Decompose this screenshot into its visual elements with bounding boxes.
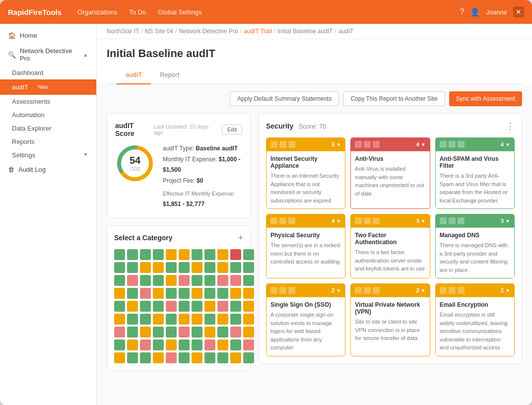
app-logo: RapidFireTools: [8, 8, 62, 16]
card-badge: 4 ▼: [416, 141, 426, 147]
home-icon: 🏠: [8, 32, 16, 39]
card-icon-2: [449, 217, 456, 224]
help-icon[interactable]: ?: [460, 7, 464, 16]
security-score: Score: 70: [299, 123, 327, 130]
breadcrumb-northstar[interactable]: NorthStar IT: [107, 28, 139, 35]
card-badge: 2 ▼: [332, 287, 341, 293]
chevron-down-icon: ▼: [421, 142, 426, 147]
breadcrumb: NorthStar IT / NS Site 04 / Network Dete…: [97, 24, 532, 39]
sidebar-item-dashboard[interactable]: Dashboard: [0, 66, 96, 79]
card-title: Anti-SPAM and Virus Filter: [440, 155, 510, 169]
security-card[interactable]: 5 ▼ Internet Security Appliance There is…: [266, 137, 345, 209]
search-icon: 🔍: [8, 51, 16, 59]
apply-default-button[interactable]: Apply Default Summary Statements: [230, 91, 339, 106]
card-icon-2: [279, 217, 286, 224]
card-icon-1: [440, 287, 447, 294]
breadcrumb-audit-trail[interactable]: audIT Trail: [244, 28, 271, 35]
breadcrumb-initial-baseline[interactable]: Initial Baseline audIT: [277, 28, 332, 35]
sync-assessment-button[interactable]: Sync with Assessment: [449, 91, 522, 106]
sidebar-item-audit[interactable]: audIT New: [0, 79, 96, 95]
card-desc: Site to site or client to site VPN conne…: [355, 318, 425, 342]
score-details: audIT Type: Baseline audIT Monthly IT Ex…: [163, 143, 242, 210]
security-title: Security: [266, 122, 293, 130]
card-icon-3: [288, 287, 295, 294]
sidebar-item-audit-log[interactable]: 🗑 Audit Log: [0, 162, 96, 177]
card-title: Single Sign On (SSO): [270, 301, 341, 308]
tab-report[interactable]: Report: [151, 66, 188, 84]
card-badge: 2 ▼: [416, 287, 426, 293]
security-card[interactable]: 2 ▼ Virtual Private Network (VPN) Site t…: [350, 283, 430, 356]
close-button[interactable]: ✕: [513, 6, 524, 17]
card-desc: There is an Internet Security Appliance …: [270, 172, 341, 204]
security-card[interactable]: 4 ▼ Anti-SPAM and Virus Filter There is …: [435, 137, 515, 209]
card-icon-2: [364, 217, 371, 224]
sidebar-item-settings[interactable]: Settings ▼: [0, 148, 96, 162]
card-icon-1: [355, 287, 362, 294]
security-card[interactable]: 3 ▼ Managed DNS There is managed DNS wit…: [435, 214, 515, 278]
card-icon-3: [373, 141, 380, 148]
card-icon-3: [288, 217, 295, 224]
sidebar-item-automation[interactable]: Automation: [0, 108, 96, 122]
card-desc: There is a two factor authentication ser…: [355, 248, 425, 273]
more-options-icon[interactable]: ⋮: [506, 121, 515, 132]
chevron-down-icon: ▼: [336, 288, 341, 293]
new-badge: New: [35, 84, 50, 90]
nav-global-settings[interactable]: Global Settings: [158, 8, 201, 16]
card-icon-1: [270, 287, 277, 294]
score-denom: /100: [130, 166, 140, 172]
security-card[interactable]: 2 ▼ Email Encryption Email encryption is…: [435, 283, 515, 356]
trash-icon: 🗑: [8, 166, 14, 173]
sidebar-item-home[interactable]: 🏠 Home: [0, 28, 96, 43]
category-title: Select a Category: [114, 234, 173, 242]
category-grid: [114, 249, 243, 363]
score-circle: 54 /100: [115, 143, 155, 183]
breadcrumb-ndp[interactable]: Network Detective Pro: [179, 28, 238, 35]
security-card[interactable]: 4 ▼ Anti-Virus Anti-Virus is installed m…: [350, 137, 430, 209]
chevron-down-icon: ▼: [505, 288, 510, 293]
card-desc: There is a 3rd party Anti-Spam and Virus…: [440, 172, 510, 204]
card-icon-3: [288, 141, 295, 148]
card-badge: 4 ▼: [332, 218, 341, 224]
card-icon-2: [364, 141, 371, 148]
chevron-down-icon: ▼: [336, 142, 341, 147]
edit-button[interactable]: Edit: [222, 125, 242, 135]
copy-report-button[interactable]: Copy This Report to Another Site: [343, 91, 445, 106]
nav-todo[interactable]: To Do: [129, 8, 146, 16]
chevron-down-icon: ▼: [336, 218, 341, 224]
breadcrumb-site[interactable]: NS Site 04: [145, 28, 173, 35]
card-icon-2: [449, 141, 456, 148]
card-badge: 2 ▼: [501, 287, 510, 293]
card-icon-3: [373, 287, 380, 294]
sidebar-label-network: Network Detective Pro: [20, 47, 79, 62]
card-badge: 3 ▼: [501, 218, 510, 224]
last-updated: Last Updated: 10 days ago: [154, 124, 217, 135]
chevron-down-icon: ▼: [421, 218, 426, 224]
chevron-down-icon: ▼: [505, 142, 510, 147]
sidebar-item-network-detective[interactable]: 🔍 Network Detective Pro ▲: [0, 43, 96, 66]
sidebar-label-home: Home: [20, 32, 37, 39]
sidebar-item-reports[interactable]: Reports: [0, 135, 96, 148]
sidebar-label-audit: audIT: [12, 83, 28, 91]
card-icon-3: [458, 217, 465, 224]
add-category-button[interactable]: +: [238, 233, 243, 243]
card-icon-2: [279, 287, 286, 294]
sidebar-item-assessments[interactable]: Assessments: [0, 95, 96, 108]
card-title: Physical Security: [270, 232, 341, 239]
card-badge: 4 ▼: [501, 141, 510, 147]
user-name: Joanne: [486, 8, 507, 16]
card-icon-1: [355, 141, 362, 148]
sidebar-label-audit-log: Audit Log: [18, 166, 46, 173]
card-badge: 3 ▼: [416, 218, 426, 224]
card-title: Anti-Virus: [355, 155, 425, 162]
security-card[interactable]: 3 ▼ Two Factor Authentication There is a…: [350, 214, 430, 278]
chevron-up-icon: ▲: [83, 52, 88, 58]
user-icon[interactable]: 👤: [470, 7, 480, 17]
breadcrumb-audit[interactable]: audIT: [338, 28, 354, 35]
security-card[interactable]: 4 ▼ Physical Security The server(s) are …: [266, 214, 345, 278]
sidebar-item-data-explorer[interactable]: Data Explorer: [0, 122, 96, 135]
tab-audit[interactable]: audIT: [117, 66, 151, 84]
security-card[interactable]: 2 ▼ Single Sign On (SSO) A corporate sin…: [266, 283, 345, 356]
chevron-down-icon: ▼: [83, 151, 88, 159]
nav-organizations[interactable]: Organizations: [77, 8, 117, 16]
chevron-down-icon: ▼: [505, 218, 510, 224]
